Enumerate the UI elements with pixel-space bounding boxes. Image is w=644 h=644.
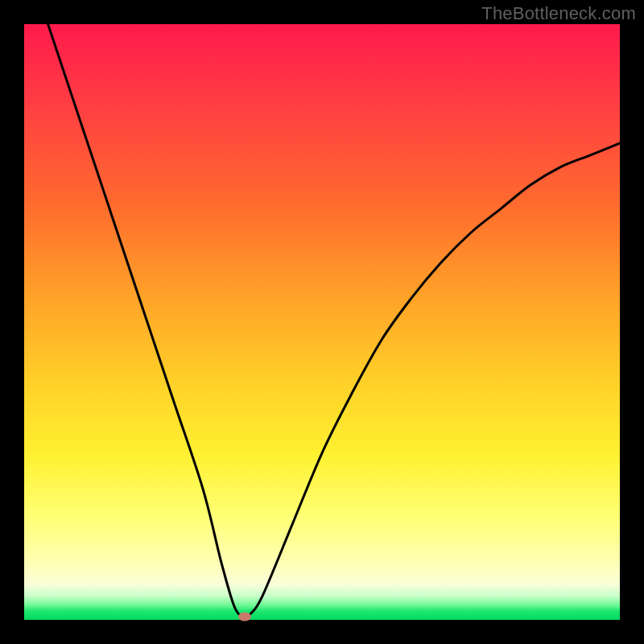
bottleneck-curve <box>24 24 620 620</box>
plot-area <box>24 24 620 620</box>
chart-frame: TheBottleneck.com <box>0 0 644 644</box>
minimum-marker <box>238 613 251 621</box>
watermark-text: TheBottleneck.com <box>481 3 636 24</box>
curve-path <box>48 24 620 617</box>
